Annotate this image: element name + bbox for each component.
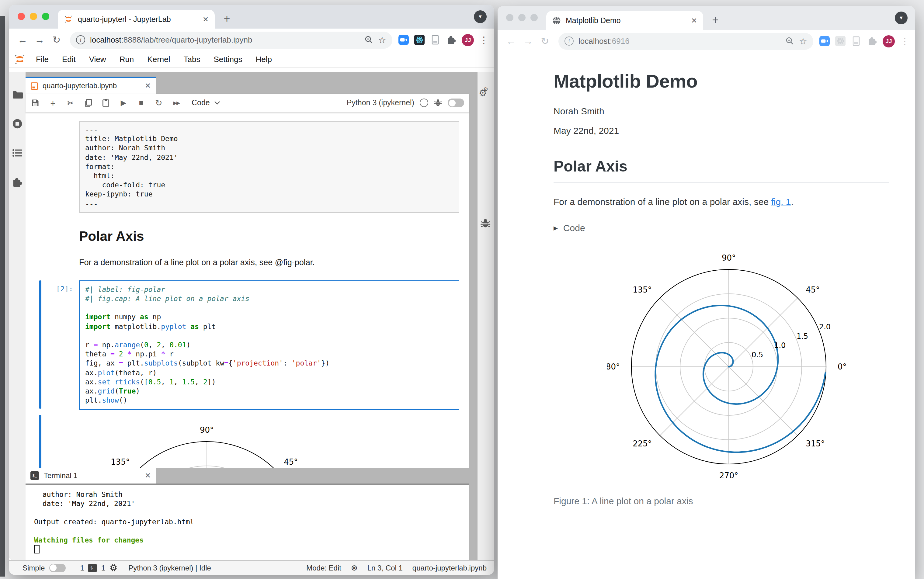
close-window-button[interactable] [18, 13, 25, 20]
notebook-markdown-heading: Polar Axis [79, 229, 459, 244]
close-terminal-tab-icon[interactable]: ✕ [145, 471, 151, 480]
cursor-position[interactable]: Ln 3, Col 1 [367, 564, 403, 572]
raw-cell-editor[interactable]: ---title: Matplotlib Demoauthor: Norah S… [79, 121, 459, 213]
extensions-area: JJ ⋮ [398, 34, 488, 46]
browser-tab[interactable]: quarto-jupyterl - JupyterLab ✕ [58, 10, 215, 29]
terminal-cursor [34, 545, 39, 553]
bookmark-star-icon[interactable]: ☆ [799, 36, 807, 47]
terminal-output[interactable]: author: Norah Smith date: 'May 22nd, 202… [26, 485, 469, 561]
close-notebook-tab-icon[interactable]: ✕ [145, 82, 151, 90]
terminal-line: date: 'May 22nd, 2021' [34, 499, 469, 509]
tab-search-icon[interactable]: ▼ [895, 11, 908, 25]
menu-item-edit[interactable]: Edit [56, 54, 82, 64]
menu-item-run[interactable]: Run [113, 54, 141, 64]
running-sessions-icon[interactable] [11, 118, 23, 129]
interrupt-kernel-icon[interactable]: ■ [136, 98, 146, 107]
page-info-icon[interactable]: i [76, 35, 85, 44]
browser-tab[interactable]: Matplotlib Demo ✕ [546, 11, 703, 30]
react-devtools-extension-icon[interactable] [835, 36, 846, 46]
menu-item-view[interactable]: View [82, 54, 113, 64]
extensions-puzzle-icon[interactable] [446, 35, 456, 45]
reload-icon[interactable]: ↻ [49, 34, 64, 46]
zoom-extension-icon[interactable] [398, 35, 409, 45]
forward-icon[interactable]: → [521, 36, 535, 47]
reload-icon[interactable]: ↻ [538, 35, 552, 47]
notebook-toolbar: + ✂ ▶ ■ ↻ ▶▶ Code Python 3 (ipykernel) [26, 94, 469, 113]
output-cell[interactable]: 0°45°90°135°180°225°270°315°0.51.01.52.0 [79, 415, 459, 468]
code-cell-editor[interactable]: #| label: fig-polar#| fig.cap: A line pl… [79, 280, 459, 410]
profile-avatar[interactable]: JJ [462, 34, 474, 46]
toolbar-toggle[interactable] [448, 98, 464, 107]
close-window-button[interactable] [506, 14, 514, 21]
debugger-icon[interactable] [480, 218, 491, 229]
bug-toggle-icon[interactable] [434, 98, 442, 107]
kernel-status-icon[interactable] [420, 98, 428, 107]
close-tab-icon[interactable]: ✕ [203, 15, 209, 23]
notebook-content[interactable]: ---title: Matplotlib Demoauthor: Norah S… [26, 113, 469, 468]
extensions-puzzle-icon[interactable] [867, 36, 877, 46]
address-bar[interactable]: i localhost:8888/lab/tree/quarto-jupyter… [70, 31, 392, 48]
terminal-tab[interactable]: $_ Terminal 1 ✕ [26, 468, 156, 484]
copy-cells-icon[interactable] [83, 98, 93, 107]
document-extension-icon[interactable] [851, 36, 861, 46]
terminals-icon[interactable]: $_ [88, 564, 97, 572]
zoom-extension-icon[interactable] [819, 36, 830, 46]
menu-item-settings[interactable]: Settings [207, 54, 249, 64]
paste-cells-icon[interactable] [101, 98, 111, 107]
cell-collapser[interactable] [39, 280, 41, 409]
run-cell-icon[interactable]: ▶ [119, 98, 128, 107]
window-controls[interactable] [506, 14, 538, 21]
page-info-icon[interactable]: i [564, 36, 574, 46]
mode-indicator[interactable]: Mode: Edit [306, 564, 341, 572]
document-date: May 22nd, 2021 [554, 125, 891, 136]
browser-menu-icon[interactable]: ⋮ [479, 34, 487, 45]
file-browser-icon[interactable] [11, 89, 23, 100]
kernel-chip-icon[interactable] [110, 564, 118, 572]
raw-cell[interactable]: ---title: Matplotlib Demoauthor: Norah S… [79, 121, 459, 213]
back-icon[interactable]: ← [15, 34, 30, 45]
trust-shield-icon[interactable]: ⊗ [351, 563, 358, 572]
minimize-window-button[interactable] [30, 13, 37, 20]
extension-manager-icon[interactable] [11, 177, 23, 188]
restart-kernel-icon[interactable]: ↻ [154, 98, 164, 108]
zoom-out-icon[interactable] [785, 36, 794, 46]
menu-item-kernel[interactable]: Kernel [141, 54, 177, 64]
close-tab-icon[interactable]: ✕ [691, 16, 697, 25]
cut-cells-icon[interactable]: ✂ [66, 98, 75, 107]
menu-item-help[interactable]: Help [249, 54, 279, 64]
new-tab-button[interactable]: + [707, 11, 724, 29]
cell-type-select[interactable]: Code [191, 98, 220, 107]
forward-icon[interactable]: → [32, 34, 47, 45]
document-title: Matplotlib Demo [554, 70, 891, 92]
restart-run-all-icon[interactable]: ▶▶ [172, 100, 181, 106]
window-controls[interactable] [18, 13, 49, 20]
table-of-contents-icon[interactable] [11, 147, 23, 159]
browser-menu-icon[interactable]: ⋮ [900, 36, 908, 47]
bookmark-star-icon[interactable]: ☆ [378, 34, 386, 45]
save-icon[interactable] [30, 98, 40, 107]
menu-item-tabs[interactable]: Tabs [177, 54, 207, 64]
code-cell[interactable]: [2]: #| label: fig-polar#| fig.cap: A li… [79, 280, 459, 410]
document-extension-icon[interactable] [430, 35, 440, 45]
minimize-window-button[interactable] [518, 14, 526, 21]
code-fold-toggle[interactable]: ▶ Code [554, 222, 891, 233]
zoom-window-button[interactable] [42, 13, 49, 20]
figure-link[interactable]: fig. 1 [771, 196, 791, 207]
address-bar[interactable]: i localhost:6916 ☆ [558, 33, 813, 49]
background-window-edge [0, 16, 5, 577]
new-tab-button[interactable]: + [218, 10, 235, 27]
tab-search-icon[interactable]: ▼ [474, 10, 487, 23]
simple-mode-toggle[interactable] [49, 564, 65, 572]
add-cell-icon[interactable]: + [48, 98, 58, 108]
property-inspector-icon[interactable]: ⚙⚙ [479, 88, 492, 98]
menu-item-file[interactable]: File [29, 54, 56, 64]
zoom-out-icon[interactable] [364, 35, 373, 44]
react-devtools-extension-icon[interactable] [414, 35, 425, 45]
kernel-status-text[interactable]: Python 3 (ipykernel) | Idle [128, 564, 211, 572]
back-icon[interactable]: ← [504, 36, 518, 47]
profile-avatar[interactable]: JJ [883, 35, 895, 47]
kernel-name-button[interactable]: Python 3 (ipykernel) [347, 98, 414, 107]
notebook-tab[interactable]: quarto-jupyterlab.ipynb ✕ [26, 77, 156, 94]
zoom-window-button[interactable] [530, 14, 538, 21]
output-collapser[interactable] [39, 415, 41, 468]
